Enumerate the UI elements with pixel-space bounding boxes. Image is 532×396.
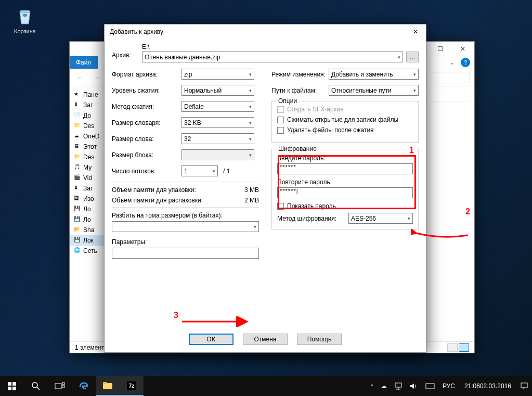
password1-input[interactable]: ******	[277, 163, 413, 174]
view-icons-button[interactable]	[459, 343, 469, 352]
search-icon[interactable]	[24, 376, 48, 396]
mode-label: Режим изменения:	[271, 71, 329, 78]
ribbon-chevron-icon[interactable]: ⌄	[449, 59, 455, 66]
format-label: Формат архива:	[112, 71, 181, 78]
file-tab[interactable]: Файл	[70, 56, 98, 69]
method-combo[interactable]: Deflate▾	[181, 101, 254, 112]
svg-rect-3	[8, 387, 11, 390]
tree-item[interactable]: 🎬Vid	[70, 173, 108, 183]
tray-overflow-icon[interactable]: ˄	[367, 376, 377, 396]
nav-tree: ★Пане⬇Заг📄До📁Des☁OneD🖥Этот📁Des🎵Му🎬Vid⬇За…	[70, 86, 108, 341]
format-combo[interactable]: zip▾	[181, 69, 254, 80]
tree-item[interactable]: 🌐Сеть	[70, 246, 108, 256]
tree-item[interactable]: 📄До	[70, 110, 108, 121]
sfx-checkbox-row: Создать SFX-архив	[277, 106, 413, 113]
enc-method-label: Метод шифрования:	[277, 215, 336, 222]
delete-checkbox[interactable]	[277, 127, 284, 134]
help-icon[interactable]: ?	[461, 58, 470, 67]
clock[interactable]: 21:06 02.03.2016	[459, 376, 516, 396]
tree-item[interactable]: 💾Ло	[70, 204, 108, 214]
taskbar: 7z ˄ ☁ РУС 21:06 02.03.2016	[0, 376, 532, 396]
onedrive-icon[interactable]: ☁	[377, 376, 391, 396]
password2-label: Повторите пароль:	[277, 178, 413, 186]
action-center-icon[interactable]	[516, 376, 532, 396]
method-label: Метод сжатия:	[112, 103, 181, 110]
close-button[interactable]: ✕	[451, 42, 474, 56]
encryption-group: Шифрование Введите пароль: ****** Повтор…	[271, 149, 419, 229]
password2-input[interactable]: ******|	[277, 187, 413, 198]
dict-label: Размер словаря:	[112, 119, 181, 126]
tree-item[interactable]: 💾Ло	[70, 214, 108, 225]
options-title: Опции	[276, 97, 299, 105]
dialog-titlebar: Добавить к архиву ✕	[105, 24, 426, 39]
input-icon[interactable]	[422, 376, 438, 396]
tree-item[interactable]: ★Пане	[70, 90, 108, 100]
show-password-checkbox[interactable]	[277, 203, 284, 210]
enc-method-combo[interactable]: AES-256▾	[348, 213, 413, 224]
explorer-taskbar-icon[interactable]	[96, 376, 120, 396]
mem-unpack-value: 2 MB	[244, 197, 259, 204]
forward-button[interactable]: →	[90, 72, 103, 83]
shared-checkbox-row[interactable]: Сжимать открытые для записи файлы	[277, 116, 413, 123]
dict-combo[interactable]: 32 KB▾	[181, 117, 254, 128]
view-details-button[interactable]	[447, 343, 458, 352]
tree-item[interactable]: 🖼Изо	[70, 194, 108, 204]
dialog-close-button[interactable]: ✕	[405, 24, 426, 39]
show-password-row[interactable]: Показать пароль	[277, 202, 413, 210]
params-label: Параметры:	[112, 238, 259, 246]
dialog-buttons: OK Отмена Помощь	[105, 328, 426, 352]
tree-item[interactable]: ☁OneD	[70, 131, 108, 142]
encryption-title: Шифрование	[276, 145, 319, 152]
tree-item[interactable]: 💾Лок	[70, 235, 108, 246]
tree-item[interactable]: 🖥Этот	[70, 142, 108, 152]
maximize-button[interactable]: ☐	[429, 42, 451, 56]
params-input[interactable]	[112, 248, 259, 259]
split-combo[interactable]: ▾	[112, 221, 259, 232]
tree-item[interactable]: ⬇Заг	[70, 183, 108, 194]
mem-unpack-label: Объем памяти для распаковки:	[112, 197, 203, 204]
tree-item[interactable]: 🎵Му	[70, 162, 108, 173]
svg-rect-12	[395, 383, 401, 387]
svg-rect-15	[426, 384, 434, 389]
start-button[interactable]	[0, 376, 24, 396]
status-text: 1 элемент	[75, 344, 105, 351]
svg-rect-9	[62, 386, 64, 388]
delete-checkbox-row[interactable]: Удалять файлы после сжатия	[277, 126, 413, 134]
level-label: Уровень сжатия:	[112, 87, 181, 94]
tree-item[interactable]: ⬇Заг	[70, 100, 108, 110]
mem-pack-value: 3 MB	[244, 186, 259, 194]
word-combo[interactable]: 32▾	[181, 133, 254, 144]
level-combo[interactable]: Нормальный▾	[181, 85, 254, 96]
edge-icon[interactable]	[72, 376, 96, 396]
cancel-button[interactable]: Отмена	[243, 334, 288, 345]
paths-combo[interactable]: Относительные пути▾	[329, 85, 419, 96]
back-button[interactable]: ←	[74, 72, 86, 83]
task-view-icon[interactable]	[48, 376, 72, 396]
shared-checkbox[interactable]	[277, 117, 284, 123]
language-indicator[interactable]: РУС	[438, 376, 459, 396]
network-icon[interactable]	[391, 376, 406, 396]
archive-path: E:\	[142, 43, 419, 50]
password1-label: Введите пароль:	[277, 155, 413, 162]
7zip-taskbar-icon[interactable]: 7z	[120, 376, 144, 396]
word-label: Размер слова:	[112, 135, 181, 143]
browse-button[interactable]: ...	[406, 52, 419, 62]
add-to-archive-dialog: Добавить к архиву ✕ Архив: E:\ Очень важ…	[104, 24, 426, 353]
svg-rect-7	[55, 384, 61, 389]
tree-item[interactable]: 📂Sha	[70, 225, 108, 235]
help-button[interactable]: Помощь	[297, 334, 342, 345]
volume-icon[interactable]	[406, 376, 422, 396]
svg-rect-4	[12, 387, 16, 390]
ok-button[interactable]: OK	[189, 334, 233, 345]
threads-combo[interactable]: 1▾	[181, 165, 218, 176]
recycle-bin[interactable]: Корзина	[9, 4, 41, 34]
archive-name-combo[interactable]: Очень важные данные.zip▾	[142, 52, 403, 62]
block-label: Размер блока:	[112, 151, 181, 159]
tree-item[interactable]: 📁Des	[70, 121, 108, 131]
tree-item[interactable]: 📁Des	[70, 152, 108, 162]
sfx-checkbox	[277, 106, 284, 113]
mem-pack-label: Объем памяти для упаковки:	[112, 186, 196, 194]
mode-combo[interactable]: Добавить и заменить▾	[329, 69, 419, 80]
block-combo[interactable]: ▾	[181, 149, 254, 160]
threads-max: / 1	[223, 168, 230, 175]
